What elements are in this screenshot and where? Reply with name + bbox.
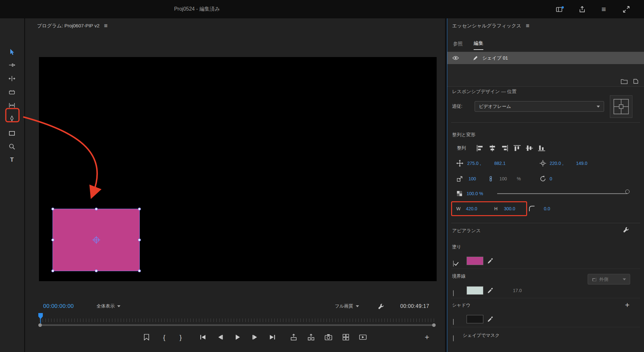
appearance-section-title: アピアランス <box>452 228 481 234</box>
mask-with-shape-checkbox[interactable] <box>453 335 454 341</box>
shape-handle[interactable] <box>95 208 98 211</box>
stroke-checkbox[interactable] <box>453 290 454 296</box>
stroke-width-value[interactable]: 17.0 <box>513 288 522 293</box>
scale-x-value[interactable]: 100 <box>469 176 476 181</box>
pen-tool[interactable] <box>7 114 16 123</box>
shape-handle[interactable] <box>52 270 54 272</box>
responsive-pin-widget[interactable] <box>610 95 632 118</box>
align-right-icon[interactable] <box>500 145 509 152</box>
opacity-slider-track[interactable] <box>497 193 628 194</box>
program-monitor-panel: プログラム: Proj0607-PIP v2 ≡ 00:00:00:00 全体表… <box>25 18 445 352</box>
selection-tool[interactable] <box>7 48 16 57</box>
scale-percent-label: % <box>517 176 521 181</box>
stroke-position-dropdown[interactable]: 外側 <box>588 274 630 285</box>
width-value[interactable]: 420.0 <box>466 206 477 211</box>
track-select-forward-tool[interactable] <box>7 61 16 70</box>
tab-browse[interactable]: 参照 <box>453 41 463 50</box>
play-button[interactable] <box>232 331 243 343</box>
zoom-tool[interactable] <box>7 142 16 151</box>
fill-color-swatch[interactable] <box>467 257 483 265</box>
shape-handle[interactable] <box>95 270 98 272</box>
add-marker-button[interactable] <box>141 331 152 343</box>
zoom-handle-right[interactable] <box>432 323 436 327</box>
follow-dropdown[interactable]: ビデオフレーム <box>475 101 604 112</box>
new-layer-icon[interactable] <box>633 79 639 84</box>
step-forward-button[interactable] <box>249 331 261 343</box>
go-to-out-button[interactable] <box>267 331 278 343</box>
anchor-y-value[interactable]: 149.0 <box>576 161 587 166</box>
layer-row-shape01[interactable]: シェイプ 01 <box>447 52 644 64</box>
shape-anchor-crosshair[interactable] <box>92 236 100 244</box>
fill-checkbox[interactable] <box>453 261 454 267</box>
mask-with-shape-label: シェイプでマスク <box>463 333 500 338</box>
align-hcenter-icon[interactable] <box>488 145 497 152</box>
playback-quality-dropdown[interactable]: フル画質 <box>335 300 359 312</box>
shape-handle[interactable] <box>138 208 141 211</box>
shape-handle[interactable] <box>52 208 54 211</box>
extract-button[interactable] <box>305 331 317 343</box>
height-value[interactable]: 300.0 <box>504 206 515 211</box>
opacity-slider-knob[interactable] <box>625 189 630 194</box>
tab-edit[interactable]: 編集 <box>474 40 483 50</box>
zoom-scrollbar[interactable] <box>40 324 436 326</box>
shadow-eyedropper-icon[interactable] <box>487 316 494 322</box>
razor-tool[interactable] <box>7 88 16 97</box>
width-label: W <box>456 206 460 211</box>
align-vcenter-icon[interactable] <box>525 145 534 152</box>
program-video-area[interactable] <box>39 57 437 281</box>
share-icon[interactable] <box>577 5 587 14</box>
shape-handle[interactable] <box>138 270 141 272</box>
selected-shape[interactable] <box>52 209 140 271</box>
settings-wrench-icon[interactable] <box>376 301 386 311</box>
fullscreen-icon[interactable] <box>621 5 631 14</box>
position-y-value[interactable]: 882.1 <box>494 161 506 166</box>
align-left-icon[interactable] <box>476 145 484 152</box>
window-title: Proj0524 - 編集済み <box>174 0 220 18</box>
menu-icon[interactable]: ≡ <box>599 5 609 14</box>
zoom-handle-left[interactable] <box>38 323 42 327</box>
panel-menu-icon[interactable]: ≡ <box>526 22 529 29</box>
shape-handle[interactable] <box>138 239 141 242</box>
playout-button[interactable] <box>357 331 369 343</box>
export-frame-button[interactable] <box>323 331 334 343</box>
multicam-view-button[interactable] <box>340 331 352 343</box>
align-top-icon[interactable] <box>513 145 521 152</box>
position-x-value[interactable]: 275.0 , <box>467 161 481 166</box>
shape-handle[interactable] <box>52 239 54 242</box>
type-tool[interactable]: T <box>7 155 16 164</box>
workspace-icon[interactable] <box>555 5 565 14</box>
follow-label: 追従: <box>452 103 462 109</box>
link-scale-icon[interactable] <box>488 175 494 182</box>
shadow-checkbox[interactable] <box>453 319 454 325</box>
ripple-edit-tool[interactable] <box>7 74 16 83</box>
step-back-button[interactable] <box>214 331 226 343</box>
lift-button[interactable] <box>288 331 299 343</box>
add-shadow-button[interactable]: + <box>625 301 630 309</box>
mask-row: シェイプでマスク <box>447 330 644 341</box>
stroke-color-swatch[interactable] <box>467 286 483 295</box>
visibility-eye-icon[interactable] <box>452 56 459 60</box>
rectangle-tool[interactable] <box>7 129 16 138</box>
fill-eyedropper-icon[interactable] <box>487 258 494 264</box>
go-to-in-button[interactable] <box>197 331 209 343</box>
shadow-color-swatch[interactable] <box>467 315 483 323</box>
opacity-value[interactable]: 100.0 % <box>467 191 483 196</box>
appearance-wrench-icon[interactable] <box>623 226 630 233</box>
slip-tool[interactable] <box>7 101 16 110</box>
button-editor-add-button[interactable]: + <box>421 331 433 343</box>
scale-y-value[interactable]: 100 <box>499 176 507 181</box>
zoom-level-dropdown[interactable]: 全体表示 <box>97 300 120 312</box>
current-timecode[interactable]: 00:00:00:00 <box>43 300 74 312</box>
time-ruler[interactable] <box>40 319 436 322</box>
new-folder-icon[interactable] <box>621 79 628 84</box>
anchor-x-value[interactable]: 220.0 , <box>550 161 564 166</box>
panel-menu-icon[interactable]: ≡ <box>104 22 108 29</box>
fill-label: 塗り <box>452 244 461 250</box>
mark-out-button[interactable]: } <box>175 331 186 343</box>
align-bottom-icon[interactable] <box>537 145 546 152</box>
mark-in-button[interactable]: { <box>158 331 170 343</box>
eg-tabs: 参照 編集 <box>453 36 483 50</box>
corner-radius-value[interactable]: 0.0 <box>544 206 550 211</box>
stroke-eyedropper-icon[interactable] <box>487 287 494 294</box>
rotation-value[interactable]: 0 <box>550 176 552 181</box>
